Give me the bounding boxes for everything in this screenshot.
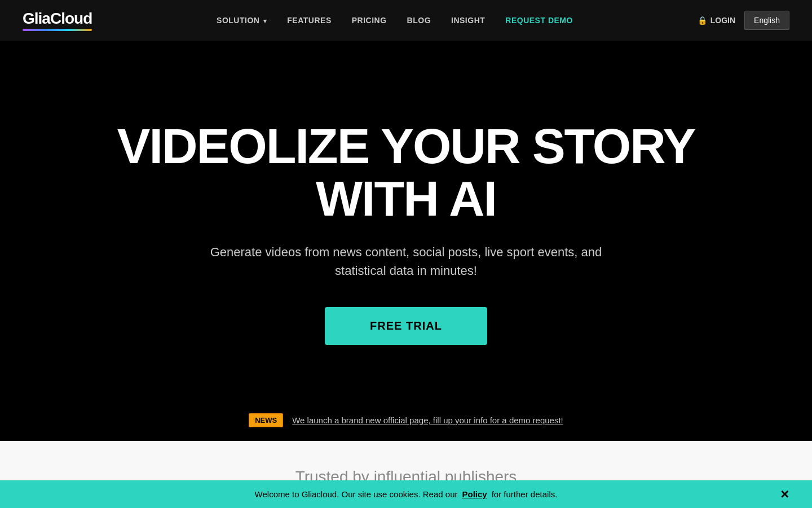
- logo-underline: [23, 29, 92, 31]
- nav-item-request-demo[interactable]: REQUEST DEMO: [505, 15, 573, 25]
- language-button[interactable]: English: [744, 11, 789, 30]
- cookie-text-before: Welcome to Gliacloud. Our site use cooki…: [255, 489, 458, 499]
- cookie-text-after: for further details.: [492, 489, 558, 499]
- hero-subtitle: Generate videos from news content, socia…: [186, 243, 626, 280]
- logo-cloud: Cloud: [50, 10, 92, 27]
- nav-item-features[interactable]: FEATURES: [287, 15, 331, 25]
- nav-right: 🔒 LOGIN English: [698, 11, 789, 30]
- logo[interactable]: GliaCloud: [23, 10, 92, 31]
- nav-item-insight[interactable]: INSIGHT: [451, 15, 485, 25]
- nav-item-pricing[interactable]: PRICING: [352, 15, 387, 25]
- login-button[interactable]: 🔒 LOGIN: [698, 16, 735, 25]
- news-bar: News We launch a brand new official page…: [0, 402, 812, 441]
- lock-icon: 🔒: [698, 16, 707, 25]
- nav-item-blog[interactable]: BLOG: [407, 15, 431, 25]
- navbar: GliaCloud SOLUTION ▾ FEATURES PRICING BL…: [0, 0, 812, 41]
- nav-item-solution[interactable]: SOLUTION ▾: [217, 15, 267, 25]
- nav-links: SOLUTION ▾ FEATURES PRICING BLOG INSIGHT…: [217, 15, 573, 25]
- free-trial-button[interactable]: FREE TRIAL: [325, 307, 487, 345]
- cookie-policy-link[interactable]: Policy: [462, 489, 487, 499]
- hero-title: VIDEOLIZE YOUR STORY WITH AI: [117, 120, 695, 225]
- cookie-banner: Welcome to Gliacloud. Our site use cooki…: [0, 480, 812, 508]
- news-link[interactable]: We launch a brand new official page, fil…: [292, 415, 563, 425]
- logo-glia: Glia: [23, 10, 50, 27]
- hero-section: VIDEOLIZE YOUR STORY WITH AI Generate vi…: [0, 41, 812, 402]
- news-badge: News: [249, 413, 283, 427]
- cookie-close-button[interactable]: ✕: [780, 488, 789, 501]
- chevron-down-icon: ▾: [263, 17, 267, 24]
